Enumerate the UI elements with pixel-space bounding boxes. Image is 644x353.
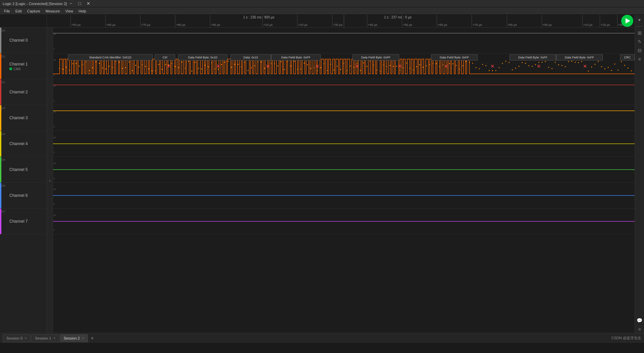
svg-point-119	[449, 63, 450, 64]
svg-point-124	[466, 61, 467, 62]
svg-point-5	[72, 63, 73, 64]
waveform-row-1[interactable]: HLStandard CAN Identifier: 0x51DCtrlData…	[53, 53, 635, 79]
channel-id-6: D6	[1, 184, 5, 187]
toolbar-dropdown-btn[interactable]: ▾	[636, 16, 643, 24]
menu-view[interactable]: View	[63, 8, 76, 14]
menu-edit[interactable]: Edit	[13, 8, 24, 14]
svg-point-17	[112, 67, 113, 68]
channel-name-7: Channel 7	[9, 219, 47, 224]
session-tab-2[interactable]: Session 2×	[60, 334, 88, 342]
menu-file[interactable]: File	[1, 8, 13, 14]
session-tab-label: Session 0	[6, 336, 22, 340]
channel-label-4: D4Channel 4	[0, 131, 47, 157]
svg-point-58	[248, 70, 249, 71]
svg-point-128	[479, 68, 480, 69]
svg-point-116	[439, 66, 440, 67]
annotation-3: Data: 0x10	[230, 54, 271, 60]
session-tab-close-2[interactable]: ×	[82, 336, 84, 341]
toolbar-menu-btn[interactable]: ≡	[636, 55, 643, 63]
svg-point-65	[271, 63, 272, 64]
toolbar-list-btn[interactable]: ≡	[636, 325, 643, 333]
tick-80us: +80 µs	[175, 15, 185, 27]
svg-point-11	[92, 67, 93, 68]
svg-point-98	[380, 71, 381, 72]
svg-point-7	[79, 65, 80, 67]
waveform-row-0[interactable]: HL	[53, 28, 635, 53]
add-session-button[interactable]: +	[89, 335, 96, 342]
waveform-svg-6	[53, 183, 635, 208]
status-right: CSDN @蓝牙先生	[611, 336, 641, 341]
svg-point-113	[429, 64, 430, 65]
menu-help[interactable]: Help	[76, 8, 89, 14]
svg-point-134	[499, 67, 500, 68]
play-button[interactable]	[621, 15, 633, 27]
svg-point-23	[132, 70, 133, 71]
svg-point-80	[320, 67, 321, 68]
svg-point-95	[370, 61, 371, 62]
svg-point-77	[310, 68, 311, 69]
session-tab-close-0[interactable]: ×	[24, 336, 27, 341]
svg-point-86	[340, 69, 341, 70]
menu-measure[interactable]: Measure	[43, 8, 63, 14]
svg-point-27	[145, 66, 146, 67]
svg-point-76	[307, 64, 308, 65]
back-arrow-button[interactable]: ‹	[47, 28, 53, 333]
menu-capture[interactable]: Capture	[24, 8, 43, 14]
toolbar-grid-btn[interactable]: ⊟	[636, 47, 643, 54]
svg-point-156	[571, 61, 572, 62]
session-tab-1[interactable]: Session 1×	[31, 334, 59, 342]
tick-90us: +90 µs	[210, 15, 220, 27]
annotation-0: Standard CAN Identifier: 0x51D	[68, 54, 152, 60]
svg-point-18	[115, 61, 116, 62]
svg-point-9	[86, 61, 87, 62]
svg-point-68	[280, 61, 281, 62]
annotation-6: Data Field Byte: 0xFF	[431, 54, 478, 60]
svg-point-157	[575, 62, 576, 63]
svg-point-142	[525, 63, 526, 64]
channel-name-1: Channel 1	[9, 62, 47, 67]
svg-point-92	[360, 70, 361, 71]
waveform-row-5[interactable]: HL	[53, 157, 635, 183]
svg-point-2	[62, 69, 63, 70]
svg-point-4	[69, 70, 70, 71]
maximize-button[interactable]: □	[75, 1, 84, 6]
minimize-button[interactable]: −	[67, 1, 75, 6]
close-button[interactable]: ✕	[84, 1, 92, 6]
svg-point-109	[416, 66, 417, 67]
waveform-row-6[interactable]: HL	[53, 183, 635, 209]
session-tab-0[interactable]: Session 0×	[3, 334, 31, 342]
waveform-row-3[interactable]: HL	[53, 105, 635, 131]
svg-point-34	[168, 64, 169, 65]
tick-30us-2: +30 µs	[332, 15, 342, 27]
svg-point-152	[558, 64, 559, 65]
svg-point-154	[565, 66, 566, 67]
svg-point-72	[294, 61, 295, 62]
waveform-row-2[interactable]: HL	[53, 79, 635, 105]
svg-point-46	[208, 67, 209, 68]
svg-point-31	[158, 64, 159, 65]
svg-point-6	[75, 63, 76, 64]
svg-point-39	[185, 68, 186, 69]
svg-point-96	[373, 65, 374, 66]
session-tab-label: Session 1	[35, 336, 51, 340]
waveform-row-7[interactable]: HL	[53, 209, 635, 234]
svg-point-83	[330, 64, 331, 65]
svg-point-146	[538, 62, 539, 63]
session-tab-close-1[interactable]: ×	[53, 336, 56, 341]
svg-point-100	[386, 66, 387, 67]
tick-50us: +50 µs	[70, 15, 80, 27]
waveform-row-4[interactable]: HL	[53, 131, 635, 157]
tick-50us-2: +50 µs	[402, 15, 412, 27]
svg-point-10	[89, 70, 90, 71]
svg-point-13	[99, 63, 100, 64]
waveform-svg-5	[53, 157, 635, 182]
tick-20us-2: +20 µs	[297, 15, 307, 27]
svg-point-169	[614, 63, 615, 64]
channel-id-5: D5	[1, 158, 5, 162]
annotation-8: Data Field Byte: 0xFF	[556, 54, 603, 60]
toolbar-chat-btn[interactable]: 💬	[636, 317, 643, 324]
svg-point-99	[383, 64, 384, 65]
toolbar-layout-btn[interactable]: ⊞	[636, 29, 643, 37]
toolbar-edit-btn[interactable]: ✎	[636, 38, 643, 45]
waveform-area[interactable]: ‹ 1 s : 236 ms : 900 µs 1 s : 237 ms : 0…	[47, 15, 635, 333]
